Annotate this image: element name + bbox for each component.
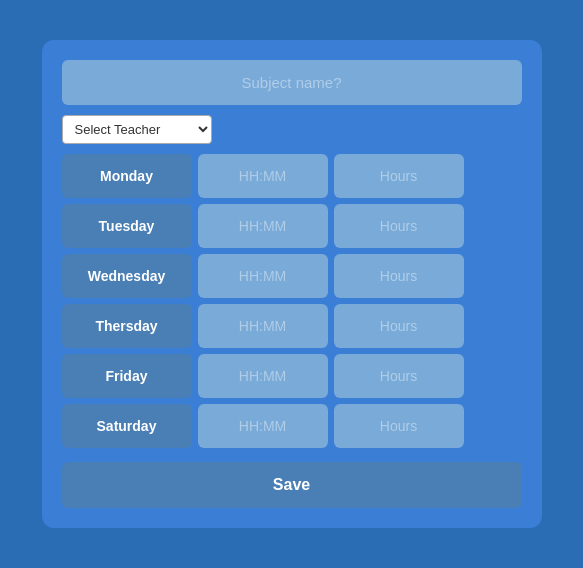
days-grid: MondayHoursTuesdayHoursWednesdayHoursThe… bbox=[62, 154, 522, 448]
day-row: ThersdayHours bbox=[62, 304, 522, 348]
hours-display-saturday: Hours bbox=[334, 404, 464, 448]
time-input-tuesday[interactable] bbox=[198, 204, 328, 248]
time-input-wednesday[interactable] bbox=[198, 254, 328, 298]
save-button[interactable]: Save bbox=[62, 462, 522, 508]
day-label-monday: Monday bbox=[62, 154, 192, 198]
hours-display-thersday: Hours bbox=[334, 304, 464, 348]
time-input-saturday[interactable] bbox=[198, 404, 328, 448]
time-input-friday[interactable] bbox=[198, 354, 328, 398]
main-container: Select Teacher MondayHoursTuesdayHoursWe… bbox=[42, 40, 542, 528]
day-label-friday: Friday bbox=[62, 354, 192, 398]
time-input-thersday[interactable] bbox=[198, 304, 328, 348]
hours-display-wednesday: Hours bbox=[334, 254, 464, 298]
time-input-monday[interactable] bbox=[198, 154, 328, 198]
day-row: FridayHours bbox=[62, 354, 522, 398]
day-row: MondayHours bbox=[62, 154, 522, 198]
day-row: TuesdayHours bbox=[62, 204, 522, 248]
day-label-saturday: Saturday bbox=[62, 404, 192, 448]
subject-input[interactable] bbox=[62, 60, 522, 105]
hours-display-monday: Hours bbox=[334, 154, 464, 198]
day-label-thersday: Thersday bbox=[62, 304, 192, 348]
teacher-select[interactable]: Select Teacher bbox=[62, 115, 212, 144]
hours-display-friday: Hours bbox=[334, 354, 464, 398]
hours-display-tuesday: Hours bbox=[334, 204, 464, 248]
day-label-wednesday: Wednesday bbox=[62, 254, 192, 298]
day-row: WednesdayHours bbox=[62, 254, 522, 298]
day-label-tuesday: Tuesday bbox=[62, 204, 192, 248]
day-row: SaturdayHours bbox=[62, 404, 522, 448]
